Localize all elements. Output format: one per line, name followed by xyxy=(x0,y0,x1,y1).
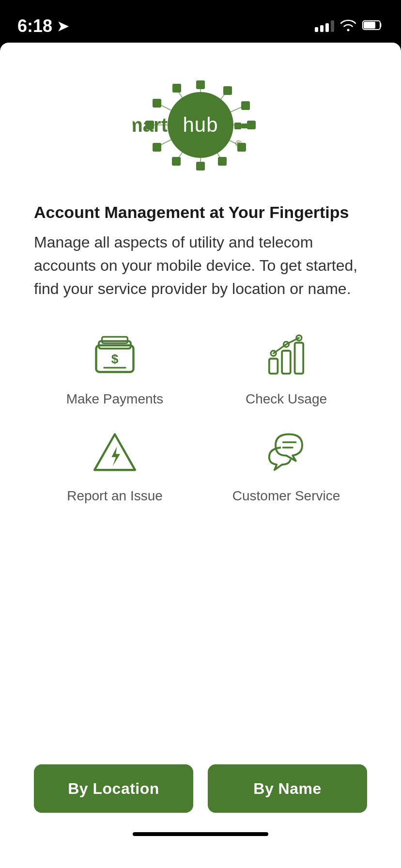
signal-bars-icon xyxy=(315,20,334,32)
svg-rect-31 xyxy=(241,124,252,128)
svg-rect-19 xyxy=(218,157,227,166)
status-bar: 6:18 ➤ xyxy=(0,0,401,43)
svg-rect-30 xyxy=(234,123,241,129)
svg-rect-1 xyxy=(364,22,375,29)
customer-service-label: Customer Service xyxy=(232,488,340,504)
svg-rect-25 xyxy=(172,84,181,93)
svg-rect-15 xyxy=(223,86,232,95)
svg-rect-22 xyxy=(153,143,161,152)
check-usage-icon xyxy=(260,329,313,383)
svg-rect-20 xyxy=(196,162,205,170)
feature-make-payments[interactable]: $ Make Payments xyxy=(34,329,196,407)
description-title: Account Management at Your Fingertips xyxy=(34,202,367,223)
description-area: Account Management at Your Fingertips Ma… xyxy=(24,202,377,300)
bottom-buttons: By Location By Name xyxy=(24,764,377,813)
svg-text:$: $ xyxy=(111,352,119,367)
features-grid: $ Make Payments xyxy=(24,329,377,504)
svg-text:hub: hub xyxy=(183,113,218,136)
svg-rect-14 xyxy=(196,80,205,89)
svg-rect-39 xyxy=(295,343,304,374)
wifi-icon xyxy=(340,19,356,33)
main-card: hub smart ® Account Management at Your F… xyxy=(0,43,401,868)
by-name-button[interactable]: By Name xyxy=(208,764,367,813)
smarthub-logo: hub smart ® xyxy=(133,72,268,178)
status-icons xyxy=(315,19,384,33)
check-usage-label: Check Usage xyxy=(246,391,327,407)
feature-check-usage[interactable]: Check Usage xyxy=(205,329,367,407)
description-body: Manage all aspects of utility and teleco… xyxy=(34,231,367,300)
report-issue-label: Report an Issue xyxy=(67,488,163,504)
svg-text:smart: smart xyxy=(133,114,168,136)
make-payments-icon: $ xyxy=(88,329,141,383)
svg-rect-21 xyxy=(172,157,181,166)
svg-rect-24 xyxy=(153,99,161,108)
svg-text:®: ® xyxy=(235,139,242,149)
feature-customer-service[interactable]: Customer Service xyxy=(205,426,367,504)
by-location-button[interactable]: By Location xyxy=(34,764,193,813)
feature-report-issue[interactable]: Report an Issue xyxy=(34,426,196,504)
location-arrow-icon: ➤ xyxy=(57,18,68,34)
logo-area: hub smart ® xyxy=(133,72,268,178)
report-issue-icon xyxy=(88,426,141,480)
svg-rect-37 xyxy=(269,359,278,374)
home-indicator xyxy=(133,832,268,836)
make-payments-label: Make Payments xyxy=(66,391,164,407)
battery-icon xyxy=(362,19,384,33)
svg-rect-34 xyxy=(102,337,128,343)
status-time: 6:18 ➤ xyxy=(17,16,68,36)
customer-service-icon xyxy=(260,426,313,480)
svg-rect-38 xyxy=(282,351,291,373)
svg-rect-16 xyxy=(241,101,250,110)
